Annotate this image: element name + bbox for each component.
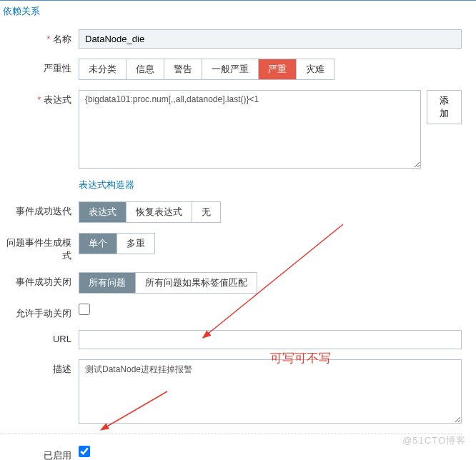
iter-grp-opt-2[interactable]: 无 bbox=[192, 202, 220, 222]
expression-builder-link[interactable]: 表达式构造器 bbox=[79, 179, 462, 191]
label-severity: 严重性 bbox=[0, 59, 79, 75]
manual-close-checkbox[interactable] bbox=[79, 304, 90, 315]
tab-dependency[interactable]: 依赖关系 bbox=[0, 1, 43, 22]
gen-grp-opt-0[interactable]: 单个 bbox=[79, 234, 117, 254]
label-iteration: 事件成功迭代 bbox=[0, 201, 79, 218]
trigger-form: 名称 严重性 未分类信息警告一般严重严重灾难 表达式 {bigdata101:p… bbox=[0, 22, 476, 460]
close-grp-opt-1[interactable]: 所有问题如果标签值匹配 bbox=[136, 273, 257, 293]
expression-add-button[interactable]: 添加 bbox=[427, 90, 462, 124]
label-description: 描述 bbox=[0, 359, 79, 376]
name-input[interactable] bbox=[79, 29, 462, 49]
enabled-checkbox[interactable] bbox=[79, 446, 90, 457]
label-gen-mode: 问题事件生成模式 bbox=[0, 233, 79, 262]
expression-textarea[interactable]: {bigdata101:proc.num[,,all,datanode].las… bbox=[79, 90, 421, 169]
gen-grp-opt-1[interactable]: 多重 bbox=[117, 234, 154, 254]
iteration-group: 表达式恢复表达式无 bbox=[79, 201, 221, 223]
close-ok-group: 所有问题所有问题如果标签值匹配 bbox=[79, 272, 257, 294]
watermark: @51CTO博客 bbox=[402, 434, 466, 447]
iter-grp-opt-0[interactable]: 表达式 bbox=[79, 202, 127, 222]
severity-group: 未分类信息警告一般严重严重灾难 bbox=[79, 59, 334, 80]
sev-grp-opt-5[interactable]: 灾难 bbox=[297, 59, 334, 79]
label-manual-close: 允许手动关闭 bbox=[0, 304, 79, 320]
sev-grp-opt-0[interactable]: 未分类 bbox=[79, 59, 127, 79]
url-input[interactable] bbox=[79, 330, 462, 349]
label-name: 名称 bbox=[0, 29, 79, 46]
gen-mode-group: 单个多重 bbox=[79, 233, 155, 254]
label-close-ok: 事件成功关闭 bbox=[0, 272, 79, 289]
description-textarea[interactable]: 测试DataNode进程挂掉报警 bbox=[79, 359, 462, 424]
sev-grp-opt-2[interactable]: 警告 bbox=[164, 59, 202, 79]
label-expression: 表达式 bbox=[0, 90, 79, 106]
divider bbox=[0, 434, 462, 434]
label-enabled: 已启用 bbox=[0, 446, 79, 460]
label-url: URL bbox=[0, 330, 79, 344]
sev-grp-opt-3[interactable]: 一般严重 bbox=[202, 59, 259, 79]
sev-grp-opt-4[interactable]: 严重 bbox=[259, 59, 297, 79]
sev-grp-opt-1[interactable]: 信息 bbox=[127, 59, 164, 79]
iter-grp-opt-1[interactable]: 恢复表达式 bbox=[127, 202, 192, 222]
close-grp-opt-0[interactable]: 所有问题 bbox=[79, 273, 136, 293]
